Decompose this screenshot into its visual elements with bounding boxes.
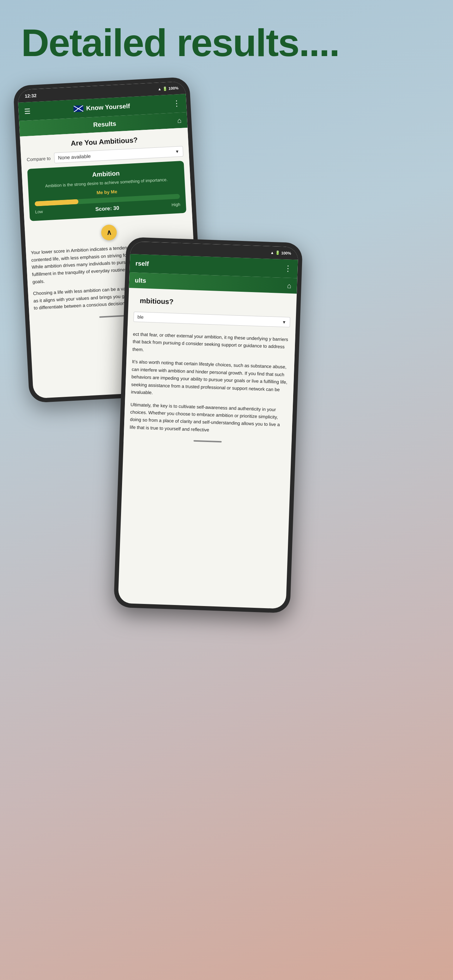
- quiz-title-row-2: mbitious?: [134, 292, 291, 313]
- ambition-card-1: Ambition Ambition is the strong desire t…: [27, 161, 186, 221]
- chevron-up-button-1[interactable]: ∧: [101, 224, 117, 240]
- page-title: Detailed results....: [21, 21, 339, 64]
- bottom-indicator-2: [193, 440, 222, 443]
- more-icon-2[interactable]: ⋮: [284, 264, 292, 274]
- home-icon-2[interactable]: ⌂: [287, 282, 291, 290]
- compare-value-1: None available: [58, 153, 91, 161]
- prog-score-1: Score: 30: [95, 205, 119, 212]
- menu-icon-1[interactable]: ☰: [24, 107, 31, 116]
- phone-2-screen: ▲ 🔋 100% rself ⋮ ults ⌂ mbitious? ble ▼: [118, 241, 299, 609]
- compare-select-2[interactable]: ble ▼: [134, 312, 290, 327]
- dropdown-icon-1: ▼: [175, 149, 180, 154]
- prog-low-1: Low: [35, 209, 43, 215]
- app-title-area-1: Know Yourself: [73, 102, 130, 113]
- compare-value-2: ble: [137, 314, 144, 320]
- compare-label-1: Compare to: [27, 156, 51, 162]
- compare-row-2: ble ▼: [134, 312, 290, 327]
- battery-pct-2: 100%: [281, 251, 291, 255]
- long-description-2: ect that fear, or other external your am…: [124, 326, 296, 441]
- app-flag-icon-1: [73, 105, 84, 112]
- content-area-1: Are You Ambitious? Compare to None avail…: [20, 128, 192, 231]
- progress-fill-1: [35, 199, 78, 206]
- status-time-1: 12:32: [25, 93, 37, 99]
- quiz-title-2: mbitious?: [140, 297, 173, 306]
- signal-icon-2: ▲: [270, 250, 274, 255]
- signal-icon-1: ▲: [157, 87, 162, 91]
- home-icon-1[interactable]: ⌂: [177, 116, 182, 124]
- long-desc-para-2-2: It's also worth noting that certain life…: [131, 358, 289, 401]
- app-name-1: Know Yourself: [86, 102, 130, 112]
- chevron-up-icon-1: ∧: [106, 228, 112, 237]
- battery-pct-1: 100%: [168, 86, 178, 90]
- compare-select-1[interactable]: None available ▼: [54, 146, 183, 163]
- long-desc-para-2-3: Ultimately, the key is to cultivate self…: [129, 401, 287, 436]
- long-desc-para-2-1: ect that fear, or other external your am…: [132, 330, 290, 358]
- phone-2: ▲ 🔋 100% rself ⋮ ults ⌂ mbitious? ble ▼: [114, 237, 303, 614]
- battery-icon-2: 🔋: [275, 250, 280, 255]
- app-name-clipped-2: rself: [135, 259, 149, 267]
- bottom-indicator-1: [99, 315, 127, 318]
- banner-title-2: ults: [135, 277, 146, 284]
- more-icon-1[interactable]: ⋮: [173, 99, 181, 108]
- status-spacer-2: [137, 248, 151, 248]
- prog-high-1: High: [172, 202, 180, 207]
- battery-icon-1: 🔋: [162, 86, 168, 91]
- dropdown-icon-2: ▼: [282, 320, 286, 325]
